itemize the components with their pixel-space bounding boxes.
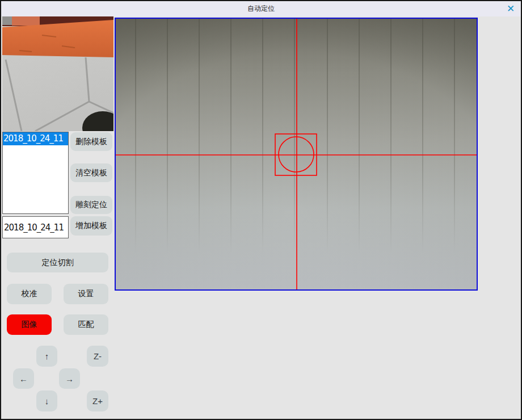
titlebar: 自动定位 ✕ bbox=[1, 1, 521, 16]
z-minus-button[interactable]: Z- bbox=[87, 346, 108, 367]
template-list-item-selected[interactable]: 2018_10_24_11 bbox=[3, 132, 68, 145]
settings-button[interactable]: 设置 bbox=[64, 284, 108, 304]
delete-template-button[interactable]: 删除模板 bbox=[70, 132, 112, 151]
thumbnail-image bbox=[2, 16, 113, 131]
template-name-input[interactable] bbox=[2, 216, 69, 238]
window-title: 自动定位 bbox=[247, 4, 275, 14]
close-icon[interactable]: ✕ bbox=[504, 2, 517, 15]
z-plus-button[interactable]: Z+ bbox=[87, 390, 108, 411]
clear-templates-button[interactable]: 清空模板 bbox=[70, 163, 112, 182]
camera-view[interactable] bbox=[115, 18, 478, 291]
camera-feed bbox=[116, 19, 477, 289]
calibrate-button[interactable]: 校准 bbox=[7, 284, 52, 304]
match-button[interactable]: 匹配 bbox=[64, 314, 108, 335]
engrave-position-button[interactable]: 雕刻定位 bbox=[70, 196, 112, 214]
jog-right-button[interactable]: → bbox=[59, 368, 80, 389]
template-list[interactable]: 2018_10_24_11 bbox=[2, 132, 69, 214]
add-template-button[interactable]: 增加模板 bbox=[70, 216, 112, 236]
image-button-active[interactable]: 图像 bbox=[7, 314, 52, 335]
auto-position-dialog: 自动定位 ✕ bbox=[0, 0, 522, 420]
jog-up-button[interactable]: ↑ bbox=[36, 346, 57, 367]
jog-left-button[interactable]: ← bbox=[13, 368, 34, 389]
jog-down-button[interactable]: ↓ bbox=[36, 390, 57, 411]
template-thumbnail bbox=[2, 16, 113, 131]
position-cut-button[interactable]: 定位切割 bbox=[7, 253, 108, 272]
